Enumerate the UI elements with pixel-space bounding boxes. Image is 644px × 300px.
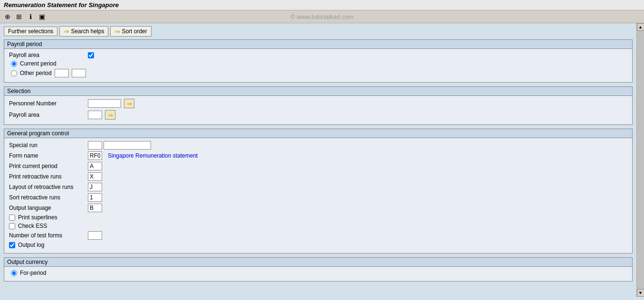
- tab-sort-order[interactable]: ⇒ Sort order: [110, 26, 151, 37]
- number-test-forms-row: Number of test forms: [9, 231, 627, 240]
- print-superlines-label: Print superlines: [18, 214, 57, 221]
- for-period-label: For-period: [20, 270, 46, 276]
- layout-retroactive-runs-input[interactable]: [88, 183, 102, 191]
- page-title: Remuneration Statement for Singapore: [4, 1, 119, 9]
- output-log-row: Output log: [9, 242, 627, 248]
- other-period-input1[interactable]: [55, 69, 69, 77]
- current-period-row: Current period: [9, 60, 627, 67]
- special-run-input1[interactable]: [88, 141, 102, 150]
- payroll-period-section: Payroll period Payroll area Current peri…: [4, 39, 633, 83]
- print-retroactive-runs-input[interactable]: [88, 172, 102, 181]
- output-language-label: Output language: [9, 205, 85, 211]
- special-run-row: Special run: [9, 141, 627, 150]
- personnel-number-label: Personnel Number: [9, 100, 85, 107]
- title-bar: Remuneration Statement for Singapore: [0, 0, 644, 10]
- check-ess-row: Check ESS: [9, 223, 627, 229]
- selection-payroll-area-row: Payroll area ⇒: [9, 110, 627, 120]
- print-superlines-row: Print superlines: [9, 214, 627, 221]
- print-current-period-label: Print current period: [9, 163, 85, 169]
- print-current-period-input[interactable]: [88, 162, 102, 170]
- sort-retroactive-runs-input[interactable]: [88, 193, 102, 202]
- output-currency-section: Output currency For-period: [4, 257, 633, 281]
- form-name-description: Singapore Remuneration statement: [108, 152, 198, 159]
- toolbar-icon-4[interactable]: ▣: [37, 12, 47, 21]
- toolbar: ⊕ ⊞ ℹ ▣ © www.tutorialkart.com: [0, 10, 644, 23]
- for-period-row: For-period: [9, 270, 627, 276]
- selection-content: Personnel Number ⇒ Payroll area ⇒: [4, 96, 632, 124]
- form-name-label: Form name: [9, 152, 85, 159]
- other-period-input2[interactable]: [72, 69, 86, 77]
- special-run-inputs: [88, 141, 151, 150]
- output-language-row: Output language: [9, 204, 627, 212]
- current-period-radio[interactable]: [11, 61, 17, 67]
- print-retroactive-runs-label: Print retroactive runs: [9, 173, 85, 180]
- sort-retroactive-runs-label: Sort retroactive runs: [9, 194, 85, 201]
- layout-retroactive-runs-label: Layout of retroactive runs: [9, 184, 85, 190]
- toolbar-icon-3[interactable]: ℹ: [26, 12, 35, 21]
- output-currency-title: Output currency: [4, 258, 632, 267]
- general-program-control-title: General program control: [4, 129, 632, 138]
- print-current-period-row: Print current period: [9, 162, 627, 170]
- layout-retroactive-runs-row: Layout of retroactive runs: [9, 183, 627, 191]
- tab-search-helps[interactable]: ⇒ Search helps: [59, 26, 108, 37]
- search-helps-label: Search helps: [71, 28, 104, 35]
- scrollbar-right: ▲ ▼: [636, 23, 644, 297]
- sort-retroactive-runs-row: Sort retroactive runs: [9, 193, 627, 202]
- selection-section: Selection Personnel Number ⇒ Payroll are…: [4, 86, 633, 125]
- form-name-row: Form name Singapore Remuneration stateme…: [9, 151, 627, 160]
- tab-row: Further selections ⇒ Search helps ⇒ Sort…: [4, 26, 633, 37]
- special-run-input2[interactable]: [104, 141, 151, 150]
- personnel-number-arrow-btn[interactable]: ⇒: [124, 99, 134, 108]
- output-language-input[interactable]: [88, 204, 102, 212]
- other-period-row: Other period: [9, 69, 627, 77]
- current-period-label: Current period: [20, 60, 57, 67]
- check-ess-label: Check ESS: [18, 223, 47, 229]
- general-program-control-section: General program control Special run Form…: [4, 129, 633, 253]
- toolbar-icon-1[interactable]: ⊕: [3, 12, 12, 21]
- personnel-number-row: Personnel Number ⇒: [9, 99, 627, 108]
- selection-title: Selection: [4, 87, 632, 96]
- scroll-down-btn[interactable]: ▼: [637, 289, 644, 297]
- personnel-number-input[interactable]: [88, 99, 121, 108]
- toolbar-icon-2[interactable]: ⊞: [14, 12, 24, 21]
- sort-order-label: Sort order: [122, 28, 147, 35]
- selection-payroll-area-arrow-btn[interactable]: ⇒: [105, 110, 115, 120]
- output-log-label: Output log: [18, 242, 44, 248]
- check-ess-checkbox[interactable]: [9, 223, 15, 229]
- for-period-radio[interactable]: [11, 270, 17, 276]
- number-test-forms-input[interactable]: [88, 231, 102, 240]
- payroll-area-label: Payroll area: [9, 52, 85, 58]
- number-test-forms-label: Number of test forms: [9, 232, 85, 239]
- output-currency-content: For-period: [4, 267, 632, 281]
- print-superlines-checkbox[interactable]: [9, 215, 15, 221]
- search-helps-arrow-icon: ⇒: [64, 28, 69, 35]
- watermark: © www.tutorialkart.com: [290, 13, 353, 20]
- payroll-area-row: Payroll area: [9, 52, 627, 58]
- selection-payroll-area-input[interactable]: [88, 111, 102, 119]
- content-area: Further selections ⇒ Search helps ⇒ Sort…: [0, 23, 636, 297]
- other-period-label: Other period: [20, 70, 52, 76]
- selection-payroll-area-label: Payroll area: [9, 112, 85, 118]
- payroll-period-title: Payroll period: [4, 40, 632, 49]
- payroll-period-content: Payroll area Current period Other period: [4, 49, 632, 82]
- sort-order-arrow-icon: ⇒: [114, 28, 120, 35]
- special-run-label: Special run: [9, 142, 85, 149]
- scroll-up-btn[interactable]: ▲: [637, 23, 644, 31]
- other-period-radio[interactable]: [11, 70, 17, 76]
- tab-further-selections[interactable]: Further selections: [4, 27, 57, 36]
- payroll-area-checkbox[interactable]: [88, 52, 94, 58]
- print-retroactive-runs-row: Print retroactive runs: [9, 172, 627, 181]
- further-selections-label: Further selections: [8, 28, 53, 35]
- form-name-input[interactable]: [88, 151, 102, 160]
- output-log-checkbox[interactable]: [9, 242, 15, 248]
- general-program-control-content: Special run Form name Singapore Remunera…: [4, 138, 632, 253]
- main-area: Further selections ⇒ Search helps ⇒ Sort…: [0, 23, 644, 297]
- scrollbar-track[interactable]: [637, 31, 644, 289]
